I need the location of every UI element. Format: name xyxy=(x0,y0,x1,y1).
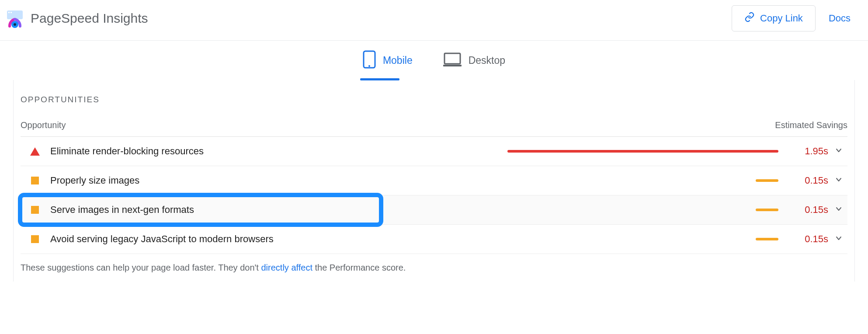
tab-mobile-label: Mobile xyxy=(383,55,413,66)
average-square-icon xyxy=(30,205,40,215)
svg-rect-1 xyxy=(8,12,10,13)
svg-point-7 xyxy=(368,65,370,67)
footnote-link[interactable]: directly affect xyxy=(261,263,312,272)
tab-mobile[interactable]: Mobile xyxy=(363,50,413,80)
copy-link-label: Copy Link xyxy=(760,13,803,24)
svg-point-4 xyxy=(14,23,16,26)
opportunity-label: Serve images in next-gen formats xyxy=(50,204,194,216)
savings-bar xyxy=(756,179,778,182)
desktop-device-icon xyxy=(443,52,462,69)
average-square-icon xyxy=(30,234,40,244)
chevron-down-icon xyxy=(834,205,845,215)
opportunity-row[interactable]: Avoid serving legacy JavaScript to moder… xyxy=(21,225,847,254)
pagespeed-logo-icon xyxy=(5,9,24,28)
savings-bar-area xyxy=(274,238,789,240)
savings-value: 1.95s xyxy=(789,146,828,157)
svg-rect-8 xyxy=(444,53,460,64)
opportunity-row[interactable]: Properly size images0.15s xyxy=(21,166,847,195)
savings-bar xyxy=(507,150,778,153)
link-icon xyxy=(744,12,755,25)
svg-rect-2 xyxy=(10,12,12,13)
app-title: PageSpeed Insights xyxy=(31,11,148,26)
chevron-down-icon xyxy=(834,234,845,244)
savings-bar-area xyxy=(194,209,789,211)
savings-value: 0.15s xyxy=(789,175,828,186)
chevron-down-icon xyxy=(834,146,845,157)
svg-rect-9 xyxy=(443,65,462,66)
fail-triangle-icon xyxy=(30,146,40,156)
opportunity-row[interactable]: Eliminate render-blocking resources1.95s xyxy=(21,137,847,166)
docs-link[interactable]: Docs xyxy=(829,13,851,24)
header-left: PageSpeed Insights xyxy=(5,9,148,28)
footnote-text-post: the Performance score. xyxy=(312,263,406,272)
opportunity-label: Properly size images xyxy=(50,175,139,186)
savings-bar xyxy=(756,209,778,211)
savings-value: 0.15s xyxy=(789,233,828,245)
header-right: Copy Link Docs xyxy=(732,5,858,31)
average-square-icon xyxy=(30,176,40,185)
tab-desktop-label: Desktop xyxy=(469,55,505,66)
copy-link-button[interactable]: Copy Link xyxy=(732,5,816,31)
savings-bar xyxy=(756,238,778,240)
opportunity-label: Eliminate render-blocking resources xyxy=(50,146,204,157)
col-opportunity: Opportunity xyxy=(21,120,66,130)
opportunity-label: Avoid serving legacy JavaScript to moder… xyxy=(50,233,274,245)
mobile-device-icon xyxy=(363,50,376,70)
col-savings: Estimated Savings xyxy=(775,120,847,130)
tab-desktop[interactable]: Desktop xyxy=(443,50,505,80)
opportunities-panel: OPPORTUNITIES Opportunity Estimated Savi… xyxy=(13,80,855,282)
savings-value: 0.15s xyxy=(789,204,828,216)
chevron-down-icon xyxy=(834,175,845,186)
opportunities-footnote: These suggestions can help your page loa… xyxy=(21,254,847,273)
app-header: PageSpeed Insights Copy Link Docs xyxy=(0,0,868,41)
savings-bar-area xyxy=(139,179,789,182)
device-tabs: Mobile Desktop xyxy=(0,41,868,80)
svg-rect-6 xyxy=(365,53,374,64)
savings-bar-area xyxy=(204,150,789,153)
opportunities-table-header: Opportunity Estimated Savings xyxy=(21,118,847,137)
opportunity-row[interactable]: Serve images in next-gen formats0.15s xyxy=(21,195,847,225)
footnote-text-pre: These suggestions can help your page loa… xyxy=(21,263,261,272)
opportunities-heading: OPPORTUNITIES xyxy=(21,95,847,104)
